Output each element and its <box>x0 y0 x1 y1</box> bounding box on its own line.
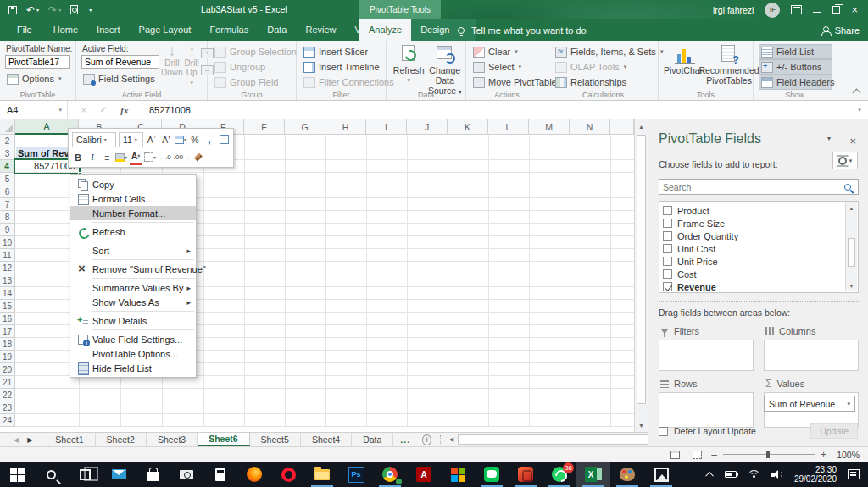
row-header-16[interactable]: 16 <box>0 313 15 325</box>
more-sheets-label[interactable]: ... <box>393 433 417 446</box>
page-break-view-icon[interactable] <box>689 448 705 461</box>
ribbon-button-field-list[interactable]: Field List <box>759 44 832 59</box>
align-icon[interactable]: ≡ <box>101 150 113 165</box>
share-button[interactable]: Share <box>821 19 860 41</box>
refresh-button[interactable]: Refresh ▾ <box>392 43 426 89</box>
ribbon-button-group-field[interactable]: Group Field <box>213 75 292 90</box>
options-button[interactable]: Options ▾ <box>5 71 72 86</box>
column-header-g[interactable]: G <box>285 119 326 135</box>
taskbar-clock[interactable]: 23.30 29/02/2020 <box>794 465 837 484</box>
zoom-level[interactable]: 100% <box>832 450 860 460</box>
taskbar-mail-icon[interactable] <box>102 462 136 487</box>
row-header-6[interactable]: 6 <box>0 185 15 198</box>
sheet-tab-sheet1[interactable]: Sheet1 <box>44 433 95 446</box>
sheet-next-icon[interactable]: ▶ <box>27 436 32 444</box>
taskbar-ms-logo-colored-icon[interactable] <box>441 462 475 487</box>
name-box-dropdown-icon[interactable]: ▾ <box>58 107 62 113</box>
sheet-tab-sheet4[interactable]: Sheet4 <box>301 433 352 446</box>
save-icon[interactable] <box>8 6 17 14</box>
row-header-9[interactable]: 9 <box>0 224 15 236</box>
volume-icon[interactable] <box>771 470 783 479</box>
field-item-unit-cost[interactable]: Unit Cost <box>663 242 858 255</box>
tell-me-box[interactable]: Tell me what you want to do <box>458 19 587 41</box>
column-header-f[interactable]: F <box>244 119 285 135</box>
ribbon-button-+-buttons[interactable]: +/- Buttons <box>759 59 832 75</box>
context-menu-item-show-values-as[interactable]: Show Values As▸ <box>70 295 196 309</box>
taskbar-file-explorer-icon[interactable] <box>305 462 339 487</box>
action-center-icon[interactable] <box>848 469 860 479</box>
close-icon[interactable]: × <box>851 0 858 19</box>
row-header-19[interactable]: 19 <box>0 351 15 363</box>
restore-icon[interactable] <box>832 6 840 14</box>
scroll-down-icon[interactable]: ▼ <box>635 418 648 432</box>
taskbar-whatsapp-icon[interactable]: 36 <box>542 462 576 487</box>
ribbon-button-field-headers[interactable]: Field Headers <box>759 75 832 90</box>
column-header-l[interactable]: L <box>488 119 529 135</box>
row-header-17[interactable]: 17 <box>0 325 15 338</box>
tab-home[interactable]: Home <box>44 19 87 41</box>
row-header-15[interactable]: 15 <box>0 300 15 313</box>
expand-formula-bar-icon[interactable]: ▾ <box>851 101 868 119</box>
taskbar-camera-icon[interactable] <box>170 462 203 487</box>
row-header-20[interactable]: 20 <box>0 363 15 376</box>
taskbar-photoshop-icon[interactable]: Ps <box>339 462 373 487</box>
pivottable-name-input[interactable] <box>5 55 70 69</box>
pane-close-icon[interactable]: × <box>849 135 856 147</box>
column-header-partial[interactable] <box>610 119 634 135</box>
print-preview-icon[interactable] <box>70 5 78 14</box>
format-as-table-icon[interactable]: ▾ <box>175 132 186 147</box>
fill-color-icon[interactable]: ▾ <box>115 150 127 165</box>
bold-icon[interactable]: B <box>72 150 84 165</box>
sheet-tab-data[interactable]: Data <box>352 433 393 446</box>
tab-data[interactable]: Data <box>258 19 296 41</box>
taskbar-search-icon[interactable] <box>34 462 68 487</box>
taskbar-firefox-icon[interactable] <box>237 462 271 487</box>
row-header-23[interactable]: 23 <box>0 401 15 414</box>
column-header-j[interactable]: J <box>407 119 448 135</box>
taskbar-task-view-icon[interactable] <box>68 462 102 487</box>
row-header-24[interactable]: 24 <box>0 414 15 427</box>
font-size-select[interactable]: 11▾ <box>119 132 143 147</box>
format-painter-icon[interactable] <box>192 150 204 165</box>
column-header-i[interactable]: I <box>366 119 407 135</box>
redo-icon[interactable]: ↷▾ <box>48 5 61 15</box>
field-list-scroll-up-icon[interactable]: ▲ <box>846 202 857 213</box>
horizontal-scrollbar[interactable]: ◀ ▶ <box>444 433 648 446</box>
taskbar-calculator-icon[interactable] <box>203 462 237 487</box>
taskbar-chrome-icon[interactable] <box>373 462 407 487</box>
tab-design[interactable]: Design <box>411 19 459 41</box>
ribbon-button-olap-tools[interactable]: OLAP Tools▾ <box>554 59 654 75</box>
ribbon-button-clear[interactable]: Clear▾ <box>471 44 544 59</box>
row-header-14[interactable]: 14 <box>0 287 15 300</box>
cancel-icon[interactable]: × <box>81 105 86 115</box>
pane-options-icon[interactable]: ▾ <box>827 135 831 142</box>
increase-decimal-icon[interactable]: ←.0 <box>159 150 171 165</box>
font-color-icon[interactable]: A▾ <box>130 150 142 165</box>
ribbon-display-options-icon[interactable] <box>791 5 802 14</box>
zoom-slider[interactable] <box>723 454 815 455</box>
field-item-unit-price[interactable]: Unit Price <box>663 255 858 268</box>
field-settings-button[interactable]: Field Settings <box>81 71 159 86</box>
italic-icon[interactable]: I <box>86 150 98 165</box>
wifi-icon[interactable] <box>748 470 760 479</box>
page-layout-view-icon[interactable] <box>667 448 683 461</box>
row-header-2[interactable]: 2 <box>0 135 15 147</box>
update-button[interactable]: Update <box>810 423 858 439</box>
new-sheet-icon[interactable]: + <box>422 434 431 445</box>
field-list-scroll-down-icon[interactable]: ▼ <box>846 280 857 291</box>
ribbon-button-ungroup[interactable]: Ungroup <box>213 59 292 75</box>
field-checkbox-cost[interactable] <box>663 269 672 279</box>
row-header-12[interactable]: 12 <box>0 262 15 274</box>
user-name[interactable]: irgi fahrezi <box>713 5 754 15</box>
field-item-cost[interactable]: Cost <box>663 268 858 280</box>
vertical-scrollbar-thumb[interactable] <box>637 135 646 404</box>
avatar[interactable]: IF <box>765 3 780 18</box>
context-menu-item-remove-sum-of-revenue[interactable]: Remove "Sum of Revenue" <box>70 262 196 276</box>
ribbon-button-select[interactable]: Select▾ <box>471 59 544 75</box>
enter-icon[interactable]: ✓ <box>100 104 108 115</box>
scroll-up-icon[interactable]: ▲ <box>635 119 648 133</box>
taskbar-excel-icon[interactable]: X <box>576 462 610 487</box>
ribbon-button-fields-items-sets[interactable]: Fields, Items, & Sets▾ <box>554 44 654 59</box>
tab-formulas[interactable]: Formulas <box>200 19 258 41</box>
tab-analyze[interactable]: Analyze <box>359 19 411 41</box>
